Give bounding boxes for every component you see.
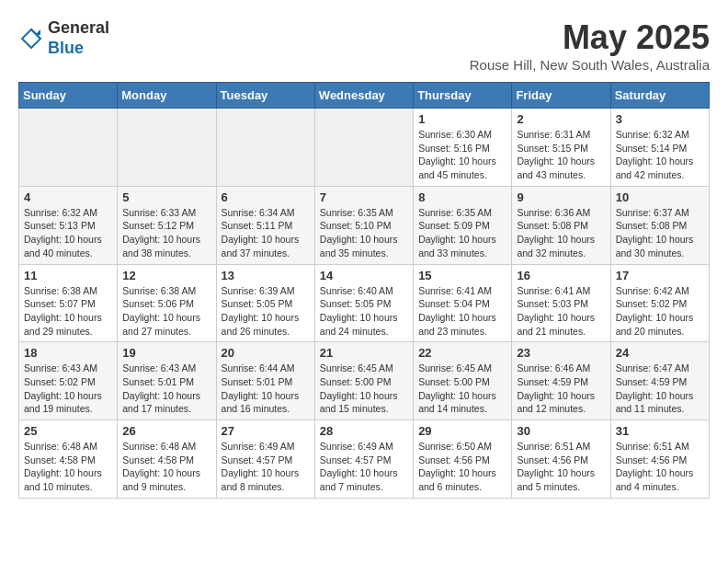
calendar-cell: 3Sunrise: 6:32 AM Sunset: 5:14 PM Daylig… bbox=[610, 109, 709, 187]
day-info: Sunrise: 6:48 AM Sunset: 4:58 PM Dayligh… bbox=[24, 440, 112, 494]
calendar-cell: 15Sunrise: 6:41 AM Sunset: 5:04 PM Dayli… bbox=[414, 264, 512, 342]
calendar-cell bbox=[216, 109, 314, 187]
day-info: Sunrise: 6:49 AM Sunset: 4:57 PM Dayligh… bbox=[320, 440, 408, 494]
day-info: Sunrise: 6:33 AM Sunset: 5:12 PM Dayligh… bbox=[122, 206, 210, 260]
day-number: 18 bbox=[24, 346, 112, 360]
day-number: 12 bbox=[122, 269, 210, 282]
day-info: Sunrise: 6:32 AM Sunset: 5:14 PM Dayligh… bbox=[616, 128, 704, 182]
calendar-cell: 24Sunrise: 6:47 AM Sunset: 4:59 PM Dayli… bbox=[610, 342, 709, 420]
day-info: Sunrise: 6:40 AM Sunset: 5:05 PM Dayligh… bbox=[320, 284, 408, 339]
calendar-cell: 7Sunrise: 6:35 AM Sunset: 5:10 PM Daylig… bbox=[314, 186, 413, 264]
day-number: 5 bbox=[122, 190, 210, 204]
day-info: Sunrise: 6:39 AM Sunset: 5:05 PM Dayligh… bbox=[222, 284, 310, 339]
calendar-cell: 1Sunrise: 6:30 AM Sunset: 5:16 PM Daylig… bbox=[414, 109, 512, 187]
calendar-cell: 26Sunrise: 6:48 AM Sunset: 4:58 PM Dayli… bbox=[118, 420, 216, 499]
calendar-cell: 21Sunrise: 6:45 AM Sunset: 5:00 PM Dayli… bbox=[314, 342, 413, 420]
calendar-cell: 23Sunrise: 6:46 AM Sunset: 4:59 PM Dayli… bbox=[512, 342, 610, 420]
calendar-cell: 18Sunrise: 6:43 AM Sunset: 5:02 PM Dayli… bbox=[19, 342, 118, 420]
day-number: 13 bbox=[222, 269, 310, 282]
calendar-cell: 16Sunrise: 6:41 AM Sunset: 5:03 PM Dayli… bbox=[512, 264, 610, 342]
header-sunday: Sunday bbox=[19, 83, 118, 109]
day-number: 17 bbox=[616, 269, 704, 282]
day-info: Sunrise: 6:51 AM Sunset: 4:56 PM Dayligh… bbox=[616, 440, 704, 494]
day-number: 2 bbox=[517, 112, 605, 126]
calendar-cell: 13Sunrise: 6:39 AM Sunset: 5:05 PM Dayli… bbox=[216, 264, 314, 342]
month-title: May 2025 bbox=[470, 18, 710, 57]
day-info: Sunrise: 6:38 AM Sunset: 5:06 PM Dayligh… bbox=[122, 284, 210, 339]
day-number: 14 bbox=[320, 269, 408, 282]
day-info: Sunrise: 6:31 AM Sunset: 5:15 PM Dayligh… bbox=[517, 128, 605, 182]
day-info: Sunrise: 6:41 AM Sunset: 5:04 PM Dayligh… bbox=[418, 284, 506, 339]
day-info: Sunrise: 6:45 AM Sunset: 5:00 PM Dayligh… bbox=[320, 362, 408, 416]
day-number: 29 bbox=[418, 424, 506, 438]
header-row: Sunday Monday Tuesday Wednesday Thursday… bbox=[19, 83, 710, 109]
logo-general: General bbox=[48, 18, 109, 39]
page-header: General Blue May 2025 Rouse Hill, New So… bbox=[18, 18, 710, 73]
calendar-table: Sunday Monday Tuesday Wednesday Thursday… bbox=[18, 82, 710, 499]
calendar-cell: 20Sunrise: 6:44 AM Sunset: 5:01 PM Dayli… bbox=[216, 342, 314, 420]
calendar-cell: 31Sunrise: 6:51 AM Sunset: 4:56 PM Dayli… bbox=[610, 420, 709, 499]
calendar-header: Sunday Monday Tuesday Wednesday Thursday… bbox=[19, 83, 710, 109]
day-number: 30 bbox=[517, 424, 605, 438]
day-info: Sunrise: 6:42 AM Sunset: 5:02 PM Dayligh… bbox=[616, 284, 704, 339]
logo-icon bbox=[18, 26, 44, 52]
calendar-cell: 8Sunrise: 6:35 AM Sunset: 5:09 PM Daylig… bbox=[414, 186, 512, 264]
day-info: Sunrise: 6:44 AM Sunset: 5:01 PM Dayligh… bbox=[222, 362, 310, 416]
day-info: Sunrise: 6:43 AM Sunset: 5:01 PM Dayligh… bbox=[122, 362, 210, 416]
day-number: 20 bbox=[222, 346, 310, 360]
logo-text: General Blue bbox=[48, 18, 109, 58]
day-number: 11 bbox=[24, 269, 112, 282]
day-number: 21 bbox=[320, 346, 408, 360]
day-number: 4 bbox=[24, 190, 112, 204]
location: Rouse Hill, New South Wales, Australia bbox=[470, 57, 710, 73]
day-info: Sunrise: 6:37 AM Sunset: 5:08 PM Dayligh… bbox=[616, 206, 704, 260]
day-number: 22 bbox=[418, 346, 506, 360]
calendar-body: 1Sunrise: 6:30 AM Sunset: 5:16 PM Daylig… bbox=[19, 109, 710, 499]
calendar-cell: 5Sunrise: 6:33 AM Sunset: 5:12 PM Daylig… bbox=[118, 186, 216, 264]
header-monday: Monday bbox=[118, 83, 216, 109]
calendar-cell: 25Sunrise: 6:48 AM Sunset: 4:58 PM Dayli… bbox=[19, 420, 118, 499]
calendar-cell: 11Sunrise: 6:38 AM Sunset: 5:07 PM Dayli… bbox=[19, 264, 118, 342]
week-row-4: 18Sunrise: 6:43 AM Sunset: 5:02 PM Dayli… bbox=[19, 342, 710, 420]
day-info: Sunrise: 6:48 AM Sunset: 4:58 PM Dayligh… bbox=[122, 440, 210, 494]
calendar-cell bbox=[118, 109, 216, 187]
day-number: 3 bbox=[616, 112, 704, 126]
day-info: Sunrise: 6:51 AM Sunset: 4:56 PM Dayligh… bbox=[517, 440, 605, 494]
calendar-cell bbox=[19, 109, 118, 187]
logo-blue: Blue bbox=[48, 39, 109, 59]
calendar-cell: 28Sunrise: 6:49 AM Sunset: 4:57 PM Dayli… bbox=[314, 420, 413, 499]
header-saturday: Saturday bbox=[610, 83, 709, 109]
day-number: 6 bbox=[222, 190, 310, 204]
day-info: Sunrise: 6:35 AM Sunset: 5:10 PM Dayligh… bbox=[320, 206, 408, 260]
calendar-cell: 10Sunrise: 6:37 AM Sunset: 5:08 PM Dayli… bbox=[610, 186, 709, 264]
day-number: 16 bbox=[517, 269, 605, 282]
day-info: Sunrise: 6:32 AM Sunset: 5:13 PM Dayligh… bbox=[24, 206, 112, 260]
day-info: Sunrise: 6:49 AM Sunset: 4:57 PM Dayligh… bbox=[222, 440, 310, 494]
week-row-1: 1Sunrise: 6:30 AM Sunset: 5:16 PM Daylig… bbox=[19, 109, 710, 187]
week-row-3: 11Sunrise: 6:38 AM Sunset: 5:07 PM Dayli… bbox=[19, 264, 710, 342]
calendar-cell bbox=[314, 109, 413, 187]
header-tuesday: Tuesday bbox=[216, 83, 314, 109]
day-number: 26 bbox=[122, 424, 210, 438]
day-info: Sunrise: 6:36 AM Sunset: 5:08 PM Dayligh… bbox=[517, 206, 605, 260]
day-info: Sunrise: 6:35 AM Sunset: 5:09 PM Dayligh… bbox=[418, 206, 506, 260]
day-info: Sunrise: 6:34 AM Sunset: 5:11 PM Dayligh… bbox=[222, 206, 310, 260]
calendar-cell: 2Sunrise: 6:31 AM Sunset: 5:15 PM Daylig… bbox=[512, 109, 610, 187]
day-number: 25 bbox=[24, 424, 112, 438]
day-number: 31 bbox=[616, 424, 704, 438]
title-block: May 2025 Rouse Hill, New South Wales, Au… bbox=[470, 18, 710, 73]
day-info: Sunrise: 6:47 AM Sunset: 4:59 PM Dayligh… bbox=[616, 362, 704, 416]
calendar-cell: 4Sunrise: 6:32 AM Sunset: 5:13 PM Daylig… bbox=[19, 186, 118, 264]
calendar-cell: 19Sunrise: 6:43 AM Sunset: 5:01 PM Dayli… bbox=[118, 342, 216, 420]
day-number: 9 bbox=[517, 190, 605, 204]
day-number: 1 bbox=[418, 112, 506, 126]
day-info: Sunrise: 6:43 AM Sunset: 5:02 PM Dayligh… bbox=[24, 362, 112, 416]
calendar-cell: 29Sunrise: 6:50 AM Sunset: 4:56 PM Dayli… bbox=[414, 420, 512, 499]
day-info: Sunrise: 6:46 AM Sunset: 4:59 PM Dayligh… bbox=[517, 362, 605, 416]
day-number: 19 bbox=[122, 346, 210, 360]
day-number: 28 bbox=[320, 424, 408, 438]
day-info: Sunrise: 6:41 AM Sunset: 5:03 PM Dayligh… bbox=[517, 284, 605, 339]
header-thursday: Thursday bbox=[414, 83, 512, 109]
calendar-cell: 17Sunrise: 6:42 AM Sunset: 5:02 PM Dayli… bbox=[610, 264, 709, 342]
calendar-cell: 30Sunrise: 6:51 AM Sunset: 4:56 PM Dayli… bbox=[512, 420, 610, 499]
